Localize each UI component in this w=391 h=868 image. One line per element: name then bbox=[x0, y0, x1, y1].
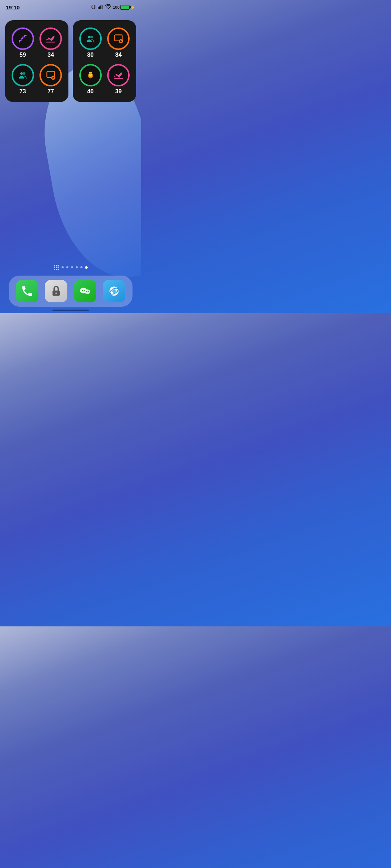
svg-point-24 bbox=[55, 293, 57, 294]
status-bar: 19:10 100 bbox=[0, 0, 141, 13]
vibrate-icon bbox=[91, 4, 96, 10]
page-indicators bbox=[0, 265, 141, 270]
page-dot-3[interactable] bbox=[71, 266, 73, 268]
widget-number-59: 59 bbox=[20, 52, 26, 58]
page-dot-5[interactable] bbox=[80, 266, 83, 268]
svg-point-13 bbox=[88, 36, 91, 38]
svg-rect-5 bbox=[100, 5, 101, 9]
svg-rect-1 bbox=[95, 5, 95, 8]
svg-point-28 bbox=[84, 290, 85, 291]
svg-point-14 bbox=[91, 36, 93, 38]
widget-item-34[interactable]: 34 bbox=[38, 25, 64, 60]
svg-point-29 bbox=[86, 291, 87, 292]
svg-point-8 bbox=[20, 72, 23, 75]
widget-number-34: 34 bbox=[47, 52, 54, 58]
svg-point-9 bbox=[23, 72, 25, 75]
widget-circle-2 bbox=[39, 27, 62, 50]
status-time: 19:10 bbox=[6, 4, 20, 10]
svg-point-20 bbox=[89, 74, 92, 76]
battery-icon bbox=[120, 5, 130, 10]
widget-circle-8 bbox=[107, 64, 130, 86]
svg-rect-3 bbox=[98, 7, 98, 9]
dock bbox=[9, 276, 133, 307]
widget-circle-1 bbox=[12, 27, 34, 50]
dock-app-lock[interactable] bbox=[45, 280, 67, 302]
page-grid-icon bbox=[54, 265, 59, 270]
svg-rect-0 bbox=[91, 5, 92, 8]
page-dot-2[interactable] bbox=[66, 266, 68, 268]
svg-point-27 bbox=[82, 290, 83, 291]
charging-icon: ⚡ bbox=[130, 5, 135, 10]
widget-item-59[interactable]: 59 bbox=[9, 25, 36, 60]
widget-item-80[interactable]: 80 bbox=[77, 25, 104, 60]
page-dot-6-active[interactable] bbox=[85, 266, 88, 269]
battery-percent: 100 bbox=[113, 5, 119, 9]
svg-rect-21 bbox=[89, 77, 92, 78]
widget-circle-5 bbox=[79, 27, 102, 50]
widget-circle-3 bbox=[12, 64, 34, 86]
widget-item-73[interactable]: 73 bbox=[9, 62, 36, 97]
widget-circle-7 bbox=[79, 64, 102, 86]
widget-item-77[interactable]: 77 bbox=[38, 62, 64, 97]
widget-item-40[interactable]: 40 bbox=[77, 62, 104, 97]
widget-card-right[interactable]: 80 84 bbox=[73, 20, 136, 102]
svg-point-30 bbox=[88, 291, 89, 292]
svg-point-33 bbox=[112, 289, 116, 293]
page-dot-4[interactable] bbox=[76, 266, 78, 268]
signal-icon bbox=[98, 4, 104, 10]
widgets-area: 59 34 73 bbox=[0, 14, 141, 108]
widget-item-84[interactable]: 84 bbox=[105, 25, 132, 60]
svg-point-26 bbox=[84, 289, 90, 294]
wifi-icon bbox=[105, 4, 111, 10]
widget-circle-4 bbox=[39, 64, 62, 86]
battery: 100 ⚡ bbox=[113, 5, 135, 10]
widget-item-39[interactable]: 39 bbox=[105, 62, 132, 97]
widget-number-73: 73 bbox=[20, 88, 26, 95]
widget-circle-6 bbox=[107, 27, 130, 50]
page-dot-1[interactable] bbox=[62, 266, 64, 268]
svg-rect-2 bbox=[92, 5, 94, 9]
status-icons: 100 ⚡ bbox=[91, 4, 135, 10]
home-indicator bbox=[52, 310, 89, 311]
widget-number-39: 39 bbox=[115, 88, 122, 95]
svg-rect-6 bbox=[101, 5, 102, 9]
widget-number-40: 40 bbox=[87, 88, 94, 95]
dock-app-wechat[interactable] bbox=[74, 280, 96, 302]
widget-number-84: 84 bbox=[115, 52, 122, 58]
svg-rect-18 bbox=[89, 72, 92, 73]
dock-app-browser[interactable] bbox=[103, 280, 125, 302]
widget-number-80: 80 bbox=[87, 52, 94, 58]
widget-card-left[interactable]: 59 34 73 bbox=[5, 20, 68, 102]
widget-number-77: 77 bbox=[47, 88, 54, 95]
svg-rect-4 bbox=[99, 7, 100, 9]
dock-app-phone[interactable] bbox=[16, 280, 38, 302]
svg-point-34 bbox=[111, 288, 113, 290]
